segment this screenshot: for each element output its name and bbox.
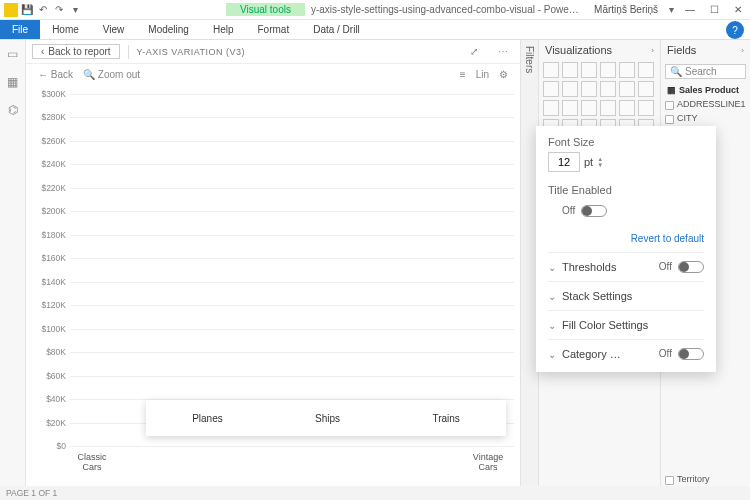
chevron-down-icon: ⌄ [548, 291, 556, 302]
popover-section-thresholds[interactable]: ⌄Thresholds Off [548, 252, 704, 281]
chart-scale-lin[interactable]: Lin [476, 69, 489, 80]
back-to-report-label: Back to report [48, 46, 110, 57]
visual-type-icon[interactable] [619, 81, 635, 97]
visual-type-icon[interactable] [562, 100, 578, 116]
font-size-input[interactable] [548, 152, 580, 172]
y-axis-tick: $280K [32, 112, 70, 122]
chevron-right-icon[interactable]: › [651, 46, 654, 55]
tab-data-drill[interactable]: Data / Drill [301, 20, 372, 39]
thresholds-toggle[interactable]: Off [659, 261, 704, 273]
tab-help[interactable]: Help [201, 20, 246, 39]
toggle-state-label: Off [562, 205, 575, 216]
data-view-icon[interactable]: ▦ [5, 74, 21, 90]
page-indicator: PAGE 1 OF 1 [6, 488, 57, 498]
chevron-left-icon: ‹ [41, 46, 44, 57]
visual-type-icon[interactable] [619, 62, 635, 78]
minimize-button[interactable]: — [678, 1, 702, 19]
revert-to-default-link[interactable]: Revert to default [548, 233, 704, 244]
y-axis-tick: $60K [32, 371, 70, 381]
signed-in-user[interactable]: Mārtiņš Beriņš [588, 4, 664, 15]
tab-file[interactable]: File [0, 20, 40, 39]
visual-type-icon[interactable] [600, 62, 616, 78]
visual-type-icon[interactable] [581, 62, 597, 78]
category-toggle[interactable]: Off [659, 348, 704, 360]
page-tab-name: Y-AXIS VARIATION (V3) [137, 47, 245, 57]
tab-format[interactable]: Format [245, 20, 301, 39]
tab-view[interactable]: View [91, 20, 137, 39]
spinner-down-icon[interactable]: ▼ [597, 162, 603, 168]
field-row[interactable]: CITY [661, 111, 750, 125]
x-axis-label [158, 450, 202, 480]
font-size-label: Font Size [548, 136, 704, 148]
field-row[interactable]: ADDRESSLINE1 [661, 97, 750, 111]
help-icon[interactable]: ? [726, 21, 744, 39]
visual-type-icon[interactable] [562, 81, 578, 97]
visual-type-icon[interactable] [638, 100, 654, 116]
axis-tooltip-popup: Planes Ships Trains [146, 400, 506, 436]
app-logo [4, 3, 18, 17]
y-axis-tick: $160K [32, 253, 70, 263]
popup-cat: Ships [315, 413, 340, 424]
filters-label: Filters [524, 40, 535, 73]
table-node[interactable]: ▦ Sales Product [661, 83, 750, 97]
field-checkbox[interactable] [665, 476, 674, 485]
visual-type-icon[interactable] [600, 81, 616, 97]
chevron-right-icon[interactable]: › [741, 46, 744, 55]
visual-type-icon[interactable] [543, 100, 559, 116]
field-checkbox[interactable] [665, 115, 674, 124]
status-bar: PAGE 1 OF 1 [0, 486, 750, 500]
x-axis-label: Classic Cars [70, 450, 114, 480]
focus-mode-icon[interactable]: ⤢ [464, 46, 484, 57]
back-to-report-button[interactable]: ‹ Back to report [32, 44, 120, 59]
x-axis-label [202, 450, 246, 480]
tab-modeling[interactable]: Modeling [136, 20, 201, 39]
report-canvas: ‹ Back to report Y-AXIS VARIATION (V3) ⤢… [26, 40, 520, 486]
visual-type-icon[interactable] [619, 100, 635, 116]
x-axis-label [422, 450, 466, 480]
y-axis-tick: $0 [32, 441, 70, 451]
title-enabled-label: Title Enabled [548, 184, 704, 196]
popover-section-fill-color[interactable]: ⌄Fill Color Settings [548, 310, 704, 339]
chevron-down-icon: ⌄ [548, 349, 556, 360]
y-axis-tick: $260K [32, 136, 70, 146]
y-axis-tick: $120K [32, 300, 70, 310]
chevron-down-icon: ⌄ [548, 320, 556, 331]
visual-type-icon[interactable] [600, 100, 616, 116]
chart-menu-icon[interactable]: ≡ [460, 69, 466, 80]
chart-back-button[interactable]: ← Back [38, 69, 73, 80]
field-checkbox[interactable] [665, 101, 674, 110]
search-placeholder: Search [685, 66, 717, 77]
format-popover: Font Size pt ▲▼ Title Enabled Off Revert… [536, 126, 716, 372]
tab-home[interactable]: Home [40, 20, 91, 39]
title-enabled-toggle[interactable]: Off [562, 205, 607, 217]
visual-type-icon[interactable] [562, 62, 578, 78]
visual-type-icon[interactable] [543, 62, 559, 78]
visual-type-icon[interactable] [543, 81, 559, 97]
popover-section-category[interactable]: ⌄Category … Off [548, 339, 704, 368]
fields-search-input[interactable]: 🔍 Search [665, 64, 746, 79]
popover-section-stack[interactable]: ⌄Stack Settings [548, 281, 704, 310]
field-row[interactable]: Territory [661, 472, 750, 486]
redo-icon[interactable]: ↷ [52, 3, 66, 17]
visual-options-icon[interactable]: ⋯ [492, 46, 514, 57]
contextual-tab[interactable]: Visual tools [226, 3, 305, 16]
close-button[interactable]: ✕ [726, 1, 750, 19]
user-dropdown-icon[interactable]: ▾ [664, 3, 678, 17]
chart-settings-icon[interactable]: ⚙ [499, 69, 508, 80]
chevron-down-icon: ⌄ [548, 262, 556, 273]
visual-type-icon[interactable] [638, 81, 654, 97]
chart-zoom-out-button[interactable]: 🔍 Zoom out [83, 69, 140, 80]
undo-icon[interactable]: ↶ [36, 3, 50, 17]
maximize-button[interactable]: ☐ [702, 1, 726, 19]
model-view-icon[interactable]: ⌬ [5, 102, 21, 118]
y-axis-tick: $220K [32, 183, 70, 193]
visual-type-icon[interactable] [581, 100, 597, 116]
x-axis-label [290, 450, 334, 480]
visual-type-icon[interactable] [638, 62, 654, 78]
save-icon[interactable]: 💾 [20, 3, 34, 17]
view-switcher: ▭ ▦ ⌬ [0, 40, 26, 486]
x-axis-label [334, 450, 378, 480]
report-view-icon[interactable]: ▭ [5, 46, 21, 62]
visual-type-icon[interactable] [581, 81, 597, 97]
qat-dropdown-icon[interactable]: ▾ [68, 3, 82, 17]
